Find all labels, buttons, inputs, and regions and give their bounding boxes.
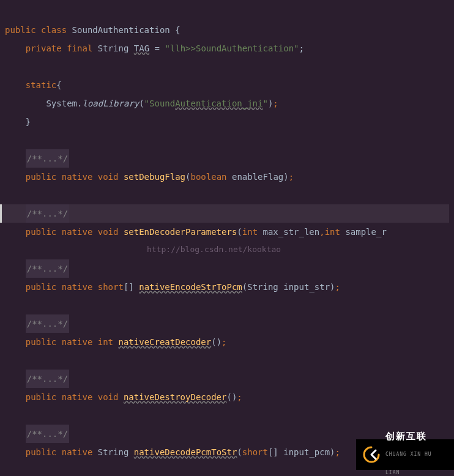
string-part2: Autentication_jni bbox=[175, 99, 262, 108]
type-string: String bbox=[98, 43, 129, 53]
type-int: int bbox=[325, 227, 340, 237]
keyword-final: final bbox=[67, 43, 92, 53]
keyword-native: native bbox=[62, 392, 93, 402]
method-loadlibrary: loadLibrary bbox=[82, 99, 139, 108]
brace-open: { bbox=[56, 80, 61, 90]
keyword-class: class bbox=[41, 25, 67, 35]
keyword-public: public bbox=[26, 392, 57, 402]
comma: , bbox=[319, 227, 324, 237]
keyword-native: native bbox=[62, 172, 93, 182]
keyword-public: public bbox=[26, 227, 57, 237]
method-nativedecodepcmtostr: nativeDecodePcmToStr bbox=[134, 447, 237, 457]
method-setendecoderparameters: setEnDecoderParameters bbox=[124, 227, 237, 237]
logo-bar: 创新互联 CHUANG XIN HU LIAN bbox=[356, 439, 454, 470]
keyword-native: native bbox=[62, 447, 93, 457]
keyword-void: void bbox=[98, 392, 119, 402]
caret-line: /**...*/ bbox=[0, 204, 449, 223]
paren-close: ) bbox=[217, 337, 221, 347]
keyword-public: public bbox=[5, 25, 36, 35]
semicolon: ; bbox=[299, 43, 304, 53]
var-tag: TAG bbox=[134, 43, 149, 53]
param-enableflag: enableFlag bbox=[232, 172, 283, 182]
class-system: System. bbox=[46, 99, 82, 108]
paren-open: ( bbox=[237, 447, 242, 457]
type-int: int bbox=[98, 337, 113, 347]
string-part3: " bbox=[262, 99, 267, 108]
logo-text-main: 创新互联 bbox=[385, 427, 448, 445]
type-string: String bbox=[247, 282, 278, 292]
javadoc-fold[interactable]: /**...*/ bbox=[26, 314, 69, 333]
type-string: String bbox=[98, 447, 129, 457]
class-name: SoundAuthentication bbox=[72, 25, 170, 35]
keyword-public: public bbox=[26, 172, 57, 182]
param-inputpcm: input_pcm bbox=[283, 447, 330, 457]
string-part1: "Sound bbox=[144, 99, 176, 108]
eq: = bbox=[155, 43, 160, 53]
javadoc-fold[interactable]: /**...*/ bbox=[26, 370, 69, 388]
javadoc-fold[interactable]: /**...*/ bbox=[26, 149, 69, 168]
javadoc-fold[interactable]: /**...*/ bbox=[26, 259, 69, 278]
type-short: short bbox=[98, 282, 124, 292]
javadoc-fold[interactable]: /**...*/ bbox=[26, 425, 69, 443]
keyword-void: void bbox=[98, 227, 119, 237]
paren-open: ( bbox=[211, 337, 216, 347]
keyword-public: public bbox=[26, 282, 57, 292]
brace-close: } bbox=[26, 117, 31, 127]
paren-open: ( bbox=[226, 392, 231, 402]
paren-close: ) bbox=[330, 447, 335, 457]
watermark-text: http://blog.csdn.net/kooktao bbox=[147, 240, 281, 259]
method-setdebugflag: setDebugFlag bbox=[124, 172, 185, 182]
string-literal: "llh>>SoundAuthentication" bbox=[165, 43, 299, 53]
method-nativecreatdecoder: nativeCreatDecoder bbox=[118, 337, 211, 347]
array-brackets: [] bbox=[124, 282, 134, 292]
paren-open: ( bbox=[185, 172, 190, 182]
param-sampler: sample_r bbox=[345, 227, 386, 237]
type-short: short bbox=[242, 447, 268, 457]
keyword-native: native bbox=[62, 227, 93, 237]
keyword-native: native bbox=[62, 282, 93, 292]
array-brackets: [] bbox=[268, 447, 278, 457]
type-int: int bbox=[242, 227, 258, 237]
paren-open: ( bbox=[237, 227, 242, 237]
logo-text-sub: CHUANG XIN HU LIAN bbox=[385, 445, 448, 476]
code-block: public class SoundAuthentication { priva… bbox=[0, 0, 454, 476]
semicolon: ; bbox=[335, 282, 340, 292]
brace-open: { bbox=[175, 25, 180, 35]
keyword-native: native bbox=[62, 337, 93, 347]
method-nativeencodestrtopcm: nativeEncodeStrToPcm bbox=[139, 282, 242, 292]
keyword-static: static bbox=[26, 80, 57, 90]
param-inputstr: input_str bbox=[283, 282, 330, 292]
semicolon: ; bbox=[273, 99, 278, 108]
keyword-private: private bbox=[26, 43, 62, 53]
paren-open: ( bbox=[139, 99, 144, 108]
semicolon: ; bbox=[335, 447, 340, 457]
paren-close: ) bbox=[330, 282, 335, 292]
method-nativedestroydecoder: nativeDestroyDecoder bbox=[124, 392, 227, 402]
paren-open: ( bbox=[242, 282, 247, 292]
logo-text-wrap: 创新互联 CHUANG XIN HU LIAN bbox=[385, 427, 448, 476]
semicolon: ; bbox=[237, 392, 242, 402]
logo-icon bbox=[362, 445, 381, 464]
semicolon: ; bbox=[221, 337, 226, 347]
type-boolean: boolean bbox=[191, 172, 227, 182]
param-maxstrlen: max_str_len bbox=[263, 227, 320, 237]
semicolon: ; bbox=[289, 172, 294, 182]
paren-close: ) bbox=[283, 172, 288, 182]
keyword-public: public bbox=[26, 447, 57, 457]
keyword-void: void bbox=[98, 172, 119, 182]
keyword-public: public bbox=[26, 337, 57, 347]
javadoc-fold[interactable]: /**...*/ bbox=[26, 204, 69, 223]
